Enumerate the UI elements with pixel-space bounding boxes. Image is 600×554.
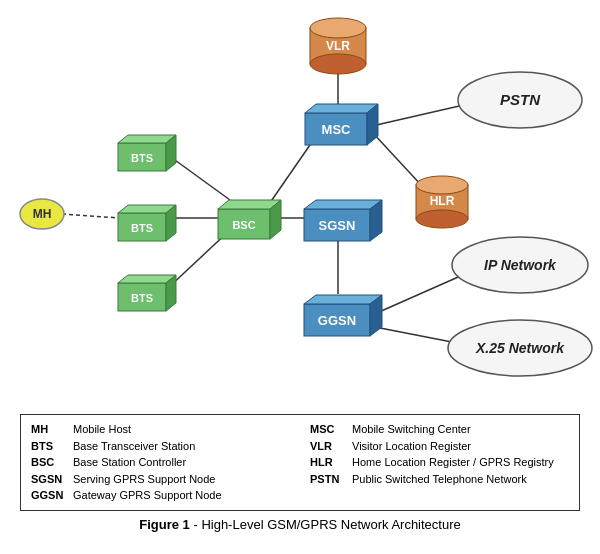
legend-box: MHMobile HostBTSBase Transceiver Station… xyxy=(20,414,580,511)
svg-text:BTS: BTS xyxy=(131,152,153,164)
legend-entry: MHMobile Host xyxy=(31,421,290,438)
legend-abbr: BSC xyxy=(31,454,67,471)
legend-desc: Home Location Register / GPRS Registry xyxy=(352,454,554,471)
legend-abbr: HLR xyxy=(310,454,346,471)
figure-caption-rest: - High-Level GSM/GPRS Network Architectu… xyxy=(190,517,461,532)
legend-entry: SGSNServing GPRS Support Node xyxy=(31,471,290,488)
diagram-area: MH BTS BTS BTS xyxy=(0,0,600,410)
legend-entry: BSCBase Station Controller xyxy=(31,454,290,471)
figure-caption-bold: Figure 1 xyxy=(139,517,190,532)
legend-entry: HLRHome Location Register / GPRS Registr… xyxy=(310,454,569,471)
legend-right: MSCMobile Switching CenterVLRVisitor Loc… xyxy=(310,421,569,504)
svg-line-11 xyxy=(370,326,462,344)
legend-desc: Public Switched Telephone Network xyxy=(352,471,527,488)
legend-desc: Visitor Location Register xyxy=(352,438,471,455)
svg-point-39 xyxy=(416,176,468,194)
legend-desc: Base Transceiver Station xyxy=(73,438,195,455)
svg-point-40 xyxy=(416,210,468,228)
svg-text:MSC: MSC xyxy=(322,122,352,137)
svg-line-10 xyxy=(370,274,465,316)
legend-abbr: MSC xyxy=(310,421,346,438)
legend-entry: BTSBase Transceiver Station xyxy=(31,438,290,455)
legend-entry: VLRVisitor Location Register xyxy=(310,438,569,455)
legend-entry: MSCMobile Switching Center xyxy=(310,421,569,438)
svg-marker-47 xyxy=(304,295,382,304)
legend-entry: GGSNGateway GPRS Support Node xyxy=(31,487,290,504)
svg-text:SGSN: SGSN xyxy=(319,218,356,233)
legend-desc: Serving GPRS Support Node xyxy=(73,471,215,488)
legend-left: MHMobile HostBTSBase Transceiver Station… xyxy=(31,421,290,504)
legend-entry: PSTNPublic Switched Telephone Network xyxy=(310,471,569,488)
svg-text:GGSN: GGSN xyxy=(318,313,356,328)
network-diagram: MH BTS BTS BTS xyxy=(0,0,600,410)
legend-desc: Mobile Switching Center xyxy=(352,421,471,438)
legend-abbr: BTS xyxy=(31,438,67,455)
svg-point-32 xyxy=(310,54,366,74)
legend-abbr: VLR xyxy=(310,438,346,455)
svg-point-31 xyxy=(310,18,366,38)
legend-desc: Gateway GPRS Support Node xyxy=(73,487,222,504)
svg-line-8 xyxy=(372,104,468,126)
svg-text:VLR: VLR xyxy=(326,39,350,53)
legend-desc: Base Station Controller xyxy=(73,454,186,471)
legend-desc: Mobile Host xyxy=(73,421,131,438)
legend-abbr: GGSN xyxy=(31,487,67,504)
svg-text:MH: MH xyxy=(33,207,52,221)
figure-caption: Figure 1 - High-Level GSM/GPRS Network A… xyxy=(0,517,600,532)
svg-text:BTS: BTS xyxy=(131,292,153,304)
svg-text:BSC: BSC xyxy=(232,219,255,231)
legend-abbr: MH xyxy=(31,421,67,438)
svg-line-1 xyxy=(168,155,230,200)
svg-text:BTS: BTS xyxy=(131,222,153,234)
svg-text:PSTN: PSTN xyxy=(500,91,541,108)
svg-marker-43 xyxy=(304,200,382,209)
legend-abbr: SGSN xyxy=(31,471,67,488)
svg-line-7 xyxy=(372,132,422,186)
legend-abbr: PSTN xyxy=(310,471,346,488)
svg-text:HLR: HLR xyxy=(430,194,455,208)
svg-text:X.25 Network: X.25 Network xyxy=(475,340,565,356)
svg-marker-35 xyxy=(305,104,378,113)
svg-line-0 xyxy=(62,214,120,218)
svg-text:IP Network: IP Network xyxy=(484,257,557,273)
